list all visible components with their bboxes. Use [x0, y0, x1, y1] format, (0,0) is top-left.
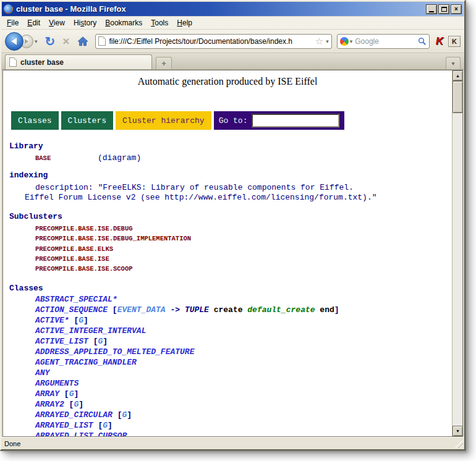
- goto-label: Go to:: [219, 116, 248, 125]
- menu-view[interactable]: View: [45, 17, 69, 28]
- class-link[interactable]: ARRAY2: [35, 400, 64, 409]
- back-button[interactable]: [5, 32, 23, 51]
- subcluster-link[interactable]: PRECOMPILE.BASE.ISE.SCOOP: [35, 264, 452, 274]
- library-entry: BASE (diagram): [35, 153, 452, 163]
- plain-token: ]: [127, 410, 132, 420]
- home-button[interactable]: [77, 36, 89, 47]
- maximize-button[interactable]: [438, 4, 449, 14]
- class-entry: ACTIVE* [G]: [35, 315, 452, 326]
- history-buttons: ▾: [5, 32, 38, 51]
- class-link[interactable]: ACTION_SEQUENCE: [35, 305, 108, 315]
- class-link[interactable]: ARRAYED_LIST: [35, 421, 93, 430]
- class-entry: ARRAYED_CIRCULAR [G]: [35, 410, 452, 420]
- minimize-button[interactable]: [426, 4, 437, 14]
- class-entry: ARGUMENTS: [35, 378, 452, 389]
- close-icon: ×: [454, 6, 458, 12]
- subcluster-link[interactable]: PRECOMPILE.BASE.ELKS: [35, 244, 452, 254]
- diagram-link[interactable]: (diagram): [98, 153, 141, 163]
- class-link[interactable]: ANY: [35, 368, 49, 378]
- plain-token: ]: [334, 305, 339, 315]
- feature-link[interactable]: default_create: [247, 305, 315, 315]
- keyword-token: end: [315, 305, 334, 315]
- menu-tools[interactable]: Tools: [147, 17, 172, 28]
- generic-param-link[interactable]: G: [103, 421, 108, 430]
- menu-bar: FileEditViewHistoryBookmarksToolsHelp: [1, 17, 464, 30]
- library-name-link[interactable]: BASE: [35, 154, 98, 162]
- plain-token: [: [88, 337, 98, 346]
- minimize-icon: [429, 11, 434, 12]
- classes-list: ABSTRACT_SPECIAL*ACTION_SEQUENCE [EVENT_…: [3, 294, 452, 436]
- class-entry: ARRAYED_LIST_CURSOR: [35, 431, 452, 436]
- library-heading: Library: [9, 142, 452, 151]
- class-entry: ACTIVE_INTEGER_INTERVAL: [35, 326, 452, 336]
- clusters-button[interactable]: Clusters: [61, 111, 113, 130]
- scroll-up-button[interactable]: ▲: [453, 70, 463, 81]
- search-engine-dropdown-icon[interactable]: ▾: [350, 38, 353, 44]
- status-bar: Done: [1, 437, 464, 449]
- history-dropdown-icon[interactable]: ▾: [35, 38, 38, 44]
- class-link[interactable]: ABSTRACT_SPECIAL*: [35, 295, 117, 304]
- tab-cluster-base[interactable]: cluster base: [5, 54, 152, 69]
- class-entry: ANY: [35, 368, 452, 378]
- page-title: Automatic generation produced by ISE Eif…: [3, 76, 452, 87]
- new-tab-button[interactable]: +: [156, 57, 172, 69]
- k-addon-button[interactable]: K: [448, 36, 461, 47]
- search-input[interactable]: [355, 37, 417, 46]
- type-link[interactable]: TUPLE: [185, 305, 209, 315]
- menu-file[interactable]: File: [2, 17, 23, 28]
- goto-input[interactable]: [252, 114, 339, 127]
- tab-page-icon: [9, 57, 17, 67]
- class-link[interactable]: ARRAYED_CIRCULAR: [35, 410, 113, 420]
- plain-token: [: [69, 316, 79, 325]
- subcluster-link[interactable]: PRECOMPILE.BASE.ISE: [35, 254, 452, 264]
- resize-grip[interactable]: [455, 440, 463, 448]
- bookmark-star-icon[interactable]: ☆: [315, 36, 323, 47]
- class-link[interactable]: ADDRESS_APPLIED_TO_MELTED_FEATURE: [35, 347, 194, 357]
- classes-button[interactable]: Classes: [11, 111, 59, 130]
- plain-token: ->: [166, 305, 185, 315]
- stop-button[interactable]: ×: [62, 35, 69, 47]
- doc-nav-buttons: ClassesClustersCluster hierarchyGo to:: [11, 111, 452, 130]
- menu-bookmarks[interactable]: Bookmarks: [101, 17, 147, 28]
- scrollbar-thumb[interactable]: [453, 81, 463, 113]
- class-entry: ARRAY [G]: [35, 389, 452, 399]
- class-entry: ARRAYED_LIST [G]: [35, 420, 452, 431]
- class-link[interactable]: ACTIVE_INTEGER_INTERVAL: [35, 326, 146, 336]
- classes-heading: Classes: [9, 284, 452, 293]
- refresh-button[interactable]: ↻: [45, 35, 56, 48]
- menu-history[interactable]: History: [69, 17, 101, 28]
- url-bar[interactable]: ☆ ▾: [95, 34, 331, 49]
- generic-param-link[interactable]: EVENT_DATA: [117, 305, 166, 315]
- plain-token: ]: [79, 400, 83, 409]
- scroll-down-button[interactable]: ▼: [453, 426, 463, 436]
- window-controls: ×: [426, 4, 462, 14]
- indexing-heading: indexing: [9, 171, 452, 180]
- class-link[interactable]: ACTIVE*: [35, 316, 69, 325]
- kaspersky-icon[interactable]: K: [436, 35, 443, 48]
- class-link[interactable]: ACTIVE_LIST: [35, 337, 88, 346]
- close-button[interactable]: ×: [451, 4, 462, 14]
- class-link[interactable]: ARRAYED_LIST_CURSOR: [35, 431, 127, 436]
- vertical-scrollbar[interactable]: ▲ ▼: [452, 70, 462, 436]
- class-entry: AGENT_TRACING_HANDLER: [35, 357, 452, 368]
- url-dropdown-icon[interactable]: ▾: [326, 38, 329, 44]
- list-all-tabs-button[interactable]: ▾: [446, 57, 461, 69]
- menu-help[interactable]: Help: [172, 17, 197, 28]
- menu-edit[interactable]: Edit: [23, 17, 45, 28]
- class-link[interactable]: ARRAY: [35, 389, 59, 399]
- class-link[interactable]: AGENT_TRACING_HANDLER: [35, 358, 137, 367]
- subcluster-link[interactable]: PRECOMPILE.BASE.ISE.DEBUG: [35, 224, 452, 234]
- status-text: Done: [4, 440, 20, 447]
- plain-token: [: [93, 421, 103, 430]
- search-box[interactable]: ▾: [337, 34, 430, 49]
- generic-param-link[interactable]: G: [79, 316, 83, 325]
- url-input[interactable]: [109, 37, 313, 46]
- search-icon[interactable]: [418, 37, 427, 46]
- plain-token: [: [64, 400, 74, 409]
- subclusters-list: PRECOMPILE.BASE.ISE.DEBUGPRECOMPILE.BASE…: [3, 224, 452, 274]
- subcluster-link[interactable]: PRECOMPILE.BASE.ISE.DEBUG_IMPLEMENTATION: [35, 234, 452, 243]
- class-link[interactable]: ARGUMENTS: [35, 379, 79, 388]
- cluster-hierarchy-button[interactable]: Cluster hierarchy: [116, 111, 211, 130]
- home-icon: [77, 36, 89, 47]
- content-area: Automatic generation produced by ISE Eif…: [2, 70, 463, 437]
